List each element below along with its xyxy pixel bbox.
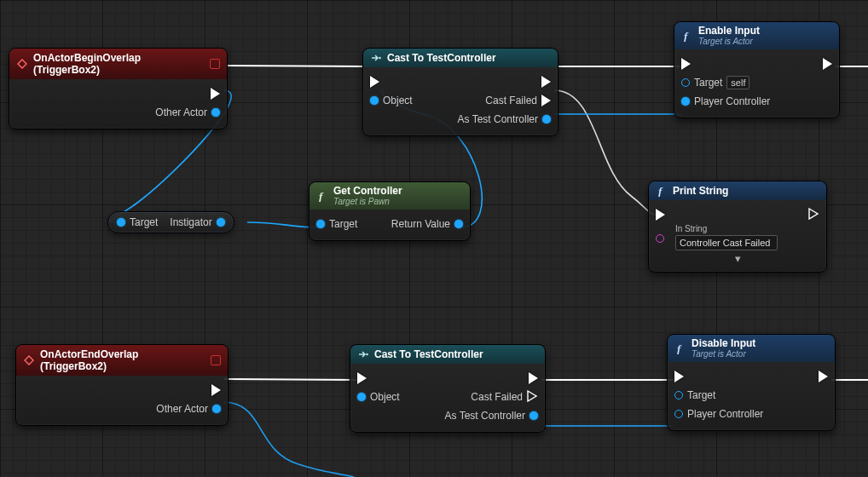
svg-point-0 [379, 57, 381, 60]
exec-castfailed-pin[interactable] [541, 95, 551, 106]
node-cast-testcontroller-2[interactable]: Cast To TestController Object Cast Faile… [350, 344, 546, 433]
node-title: Cast To TestController [374, 348, 483, 360]
node-title: Get Controller [333, 186, 402, 197]
node-title: Cast To TestController [387, 52, 496, 64]
pin-label-instring: In String [675, 224, 778, 233]
exec-out-pin[interactable] [823, 58, 832, 70]
node-header: OnActorBeginOverlap (TriggerBox2) [9, 49, 227, 79]
node-header: OnActorEndOverlap (TriggerBox2) [16, 345, 228, 376]
pin-label-returnvalue: Return Value [391, 218, 450, 230]
pin-label-astc: As Test Controller [445, 410, 525, 422]
cast-icon [370, 52, 382, 64]
exec-out-pin[interactable] [211, 384, 221, 396]
pin-label-target: Target [687, 389, 715, 401]
node-instigator[interactable]: Target Instigator [107, 211, 234, 233]
node-header: f Enable Input Target is Actor [674, 22, 839, 49]
exec-in-pin[interactable] [674, 371, 684, 382]
pin-label-otheractor: Other Actor [156, 403, 208, 415]
node-enable-input[interactable]: f Enable Input Target is Actor Target se… [674, 21, 840, 118]
node-subtitle: Target is Actor [692, 349, 755, 359]
exec-in-pin[interactable] [357, 372, 367, 384]
pin-label-object: Object [370, 391, 400, 403]
function-icon: f [681, 30, 693, 42]
node-header: Cast To TestController [350, 345, 545, 364]
pin-label-target: Target [694, 77, 722, 89]
pin-astc-out[interactable] [529, 411, 538, 420]
cast-icon [357, 348, 369, 360]
pin-label-astc: As Test Controller [458, 113, 538, 125]
svg-text:f: f [684, 30, 689, 42]
exec-out-pin[interactable] [541, 76, 551, 88]
pin-self-value[interactable]: self [726, 76, 749, 89]
pin-label-pc: Player Controller [687, 408, 763, 420]
exec-castfailed-pin-hollow[interactable] [527, 390, 538, 405]
pin-otheractor-out[interactable] [212, 405, 221, 413]
pin-otheractor-out[interactable] [211, 108, 220, 117]
svg-text:f: f [319, 190, 324, 202]
node-header: f Disable Input Target is Actor [668, 335, 835, 362]
function-icon: f [674, 342, 686, 354]
delegate-pin-icon[interactable] [211, 355, 221, 365]
event-icon [16, 58, 28, 70]
pin-label-object: Object [383, 95, 413, 106]
pin-label-castfailed: Cast Failed [471, 391, 523, 403]
exec-in-pin[interactable] [656, 209, 665, 221]
delegate-pin-icon[interactable] [210, 59, 220, 69]
node-subtitle: Target is Pawn [333, 197, 402, 206]
node-title: OnActorBeginOverlap (TriggerBox2) [33, 52, 205, 76]
exec-out-pin[interactable] [211, 88, 220, 100]
pin-playercontroller-in[interactable] [681, 97, 690, 106]
pin-playercontroller-in[interactable] [674, 410, 683, 418]
node-title: Disable Input [692, 338, 755, 349]
function-icon: f [316, 190, 328, 202]
svg-text:f: f [658, 185, 663, 197]
node-header: f Print String [649, 181, 826, 200]
exec-in-pin[interactable] [681, 58, 691, 70]
pin-target-in[interactable] [674, 391, 683, 399]
node-title: OnActorEndOverlap (TriggerBox2) [40, 348, 205, 372]
svg-point-4 [366, 353, 368, 356]
node-cast-testcontroller-1[interactable]: Cast To TestController Object Cast Faile… [362, 48, 558, 136]
node-title: Enable Input [698, 26, 760, 37]
svg-text:f: f [677, 342, 682, 354]
pin-label-target: Target [329, 218, 357, 230]
pin-target-in[interactable] [117, 218, 125, 227]
function-icon: f [656, 185, 668, 197]
exec-out-pin[interactable] [529, 372, 538, 384]
node-print-string[interactable]: f Print String In String Controller Cast… [648, 181, 827, 273]
pin-object-in[interactable] [357, 393, 366, 401]
instring-value-input[interactable]: Controller Cast Failed [675, 235, 778, 250]
node-onactorendoverlap[interactable]: OnActorEndOverlap (TriggerBox2) Other Ac… [15, 344, 229, 426]
exec-in-pin[interactable] [370, 76, 379, 88]
expand-arrow-icon[interactable]: ▾ [649, 250, 826, 265]
pin-object-in[interactable] [370, 96, 379, 105]
exec-out-pin[interactable] [819, 371, 828, 382]
event-icon [23, 354, 35, 366]
node-title: Print String [673, 185, 728, 197]
exec-out-pin-hollow[interactable] [808, 208, 819, 222]
pin-label-pc: Player Controller [694, 95, 770, 107]
node-header: Cast To TestController [363, 49, 558, 67]
node-subtitle: Target is Actor [698, 37, 760, 46]
pin-astc-out[interactable] [542, 115, 551, 124]
node-onactorbeginoverlap[interactable]: OnActorBeginOverlap (TriggerBox2) Other … [9, 48, 228, 129]
pin-label-instigator: Instigator [170, 216, 211, 228]
pin-instigator-out[interactable] [217, 218, 225, 227]
node-get-controller[interactable]: f Get Controller Target is Pawn Target R… [309, 181, 471, 241]
pin-target-in[interactable] [316, 220, 325, 228]
node-header: f Get Controller Target is Pawn [310, 182, 470, 210]
pin-returnvalue-out[interactable] [454, 220, 463, 228]
pin-label-otheractor: Other Actor [155, 106, 207, 118]
pin-instring-in[interactable] [656, 234, 664, 243]
pin-target-in[interactable] [681, 78, 690, 87]
pin-label-target: Target [130, 216, 158, 228]
pin-label-castfailed: Cast Failed [485, 95, 537, 106]
node-disable-input[interactable]: f Disable Input Target is Actor Target P… [667, 334, 836, 431]
